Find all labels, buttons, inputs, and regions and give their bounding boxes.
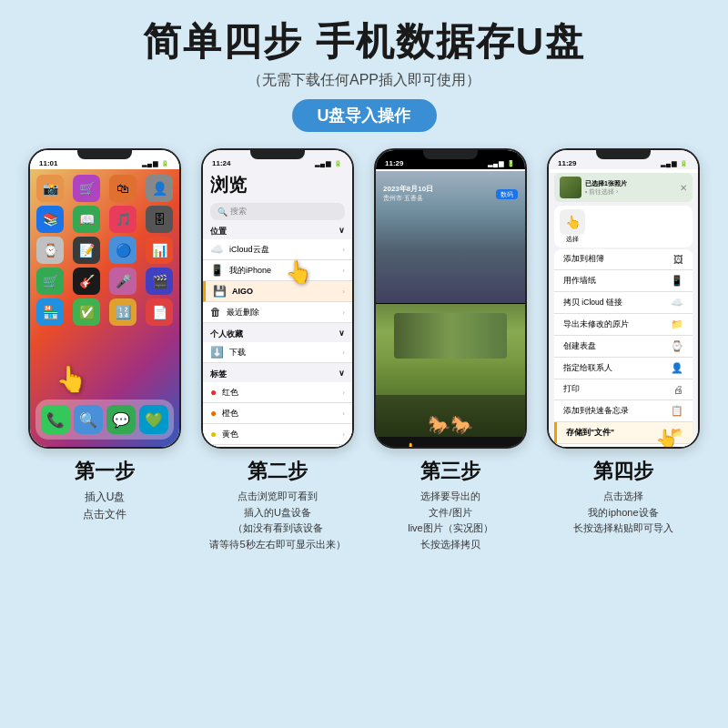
app-icon: 🔢 <box>109 298 136 326</box>
page-title: 简单四步 手机数据存U盘 <box>0 16 728 67</box>
app-icon: 🎵 <box>109 206 136 233</box>
phones-row: 11:01 ▂▄▆ 🔋 📸 🛒 🛍 👤 📚 📖 🎵 🗄 ⌚ 📝 🔵 📊 <box>0 148 728 552</box>
files-item-orange[interactable]: ● 橙色 › <box>203 403 352 424</box>
files-item-iphone[interactable]: 📱 我的iPhone › <box>203 260 352 281</box>
time-2: 11:24 <box>212 159 230 167</box>
step-label-1: 第一步 <box>75 458 135 485</box>
homescreen: 📸 🛒 🛍 👤 📚 📖 🎵 🗄 ⌚ 📝 🔵 📊 🛒 🎸 🎤 🎬 <box>30 169 179 449</box>
files-item-yellow[interactable]: ● 黄色 › <box>203 424 352 445</box>
app-icon: 🛍 <box>109 175 136 202</box>
badge-label: U盘导入操作 <box>292 99 437 132</box>
app-icon: 📚 <box>36 206 64 233</box>
search-placeholder: 搜索 <box>230 206 247 217</box>
photos-view: 2023年8月10日贵州市·五香县 数码 🐎🐎 ↑ 👆 <box>376 171 525 449</box>
step-label-4: 第四步 <box>593 458 653 485</box>
section-title-tags: 标签∨ <box>203 367 352 382</box>
hand-cursor-4: 👆 <box>655 428 678 449</box>
files-item-downloads[interactable]: ⬇️ 下载 › <box>203 342 352 363</box>
step-desc-1: 插入U盘点击文件 <box>83 489 126 523</box>
notch-1 <box>77 150 132 159</box>
search-icon: 🔍 <box>217 207 228 217</box>
phone-frame-4: 11:29 ▂▄▆ 🔋 已选择1张照片 • 前往选择 › ✕ 👆 <box>547 148 700 449</box>
files-search[interactable]: 🔍 搜索 <box>210 203 345 220</box>
share-item-print[interactable]: 打印🖨 <box>554 379 693 400</box>
download-icon: ⬇️ <box>210 346 224 359</box>
app-icon: 🛒 <box>73 175 100 202</box>
photo-grass <box>376 304 525 395</box>
share-notification: 已选择1张照片 • 前往选择 › ✕ <box>554 173 693 202</box>
dock-wechat: 💚 <box>139 405 168 434</box>
notch-2 <box>250 150 305 159</box>
app-icon: 📝 <box>73 237 100 264</box>
signal-2: ▂▄▆ 🔋 <box>315 160 343 167</box>
app-icon: ⌚ <box>36 237 64 264</box>
files-section-tags: 标签∨ ● 红色 › ● 橙色 › ● 黄色 › <box>203 367 352 449</box>
tag-red-icon: ● <box>210 386 217 399</box>
header: 简单四步 手机数据存U盘 （无需下载任何APP插入即可使用） U盘导入操作 <box>0 0 728 132</box>
signal-4: ▂▄▆ 🔋 <box>661 160 689 167</box>
app-icon: 📄 <box>146 298 173 326</box>
share-sheet: 已选择1张照片 • 前往选择 › ✕ 👆 选择 添加到相簿🖼 用作墙纸📱 <box>549 173 698 449</box>
share-apps-row: 👆 选择 <box>554 206 693 248</box>
share-item-memo[interactable]: 添加到快速备忘录📋 <box>554 400 693 422</box>
hand-cursor-1: 👆 <box>56 364 87 394</box>
share-item-album[interactable]: 添加到相簿🖼 <box>554 249 693 270</box>
step-desc-2: 点击浏览即可看到插入的U盘设备（如没有看到该设备请等待5秒左右即可显示出来） <box>209 489 345 552</box>
page-subtitle: （无需下载任何APP插入即可使用） <box>0 71 728 90</box>
signal-1: ▂▄▆ 🔋 <box>142 160 170 167</box>
files-section-favorites: 个人收藏∨ ⬇️ 下载 › <box>203 327 352 363</box>
app-icon: 🎸 <box>73 268 100 295</box>
share-item-watchface[interactable]: 创建表盘⌚ <box>554 336 693 358</box>
share-item-icloud-link[interactable]: 拷贝 iCloud 链接☁️ <box>554 292 693 314</box>
phone-frame-1: 11:01 ▂▄▆ 🔋 📸 🛒 🛍 👤 📚 📖 🎵 🗄 ⌚ 📝 🔵 📊 <box>28 148 181 449</box>
more-icon[interactable]: ⊕ <box>511 448 518 450</box>
selected-count: 已选1张照片 <box>438 448 473 449</box>
app-icon: 🔵 <box>109 237 136 264</box>
share-item-original[interactable]: 导出未修改的原片📁 <box>554 314 693 336</box>
files-item-recent[interactable]: 🗑 最近删除 › <box>203 302 352 323</box>
phone-step1: 11:01 ▂▄▆ 🔋 📸 🛒 🛍 👤 📚 📖 🎵 🗄 ⌚ 📝 🔵 📊 <box>23 148 187 552</box>
files-browser: 浏览 🔍 搜索 位置∨ ☁️ iCloud云盘 › 📱 <box>203 169 352 449</box>
files-item-aigo[interactable]: 💾 AIGO › <box>203 281 352 302</box>
step-desc-4: 点击选择我的iphone设备长按选择粘贴即可导入 <box>573 489 673 537</box>
app-icon: 🎤 <box>109 268 136 295</box>
time-1: 11:01 <box>39 159 57 167</box>
phone-step3: 11:29 ▂▄▆ 🔋 2023年8月10日贵州市·五香县 数码 🐎🐎 <box>369 148 532 552</box>
step-label-2: 第二步 <box>248 458 308 485</box>
app-icon: ✅ <box>73 298 100 326</box>
files-item-icloud[interactable]: ☁️ iCloud云盘 › <box>203 239 352 260</box>
app-icon: 👤 <box>146 175 173 202</box>
step-desc-3: 选择要导出的文件/图片live图片（实况图）长按选择拷贝 <box>408 489 493 552</box>
share-title: 已选择1张照片 <box>585 179 676 188</box>
app-icon: 📊 <box>146 237 173 264</box>
files-item-green[interactable]: ● 绿色 › <box>203 445 352 449</box>
dock-messages: 💬 <box>106 405 136 434</box>
aigo-icon: 💾 <box>213 285 227 298</box>
trash-icon: 🗑 <box>210 306 221 318</box>
icloud-icon: ☁️ <box>210 243 224 256</box>
app-icon: 🏪 <box>36 298 64 326</box>
phone-step2: 11:24 ▂▄▆ 🔋 浏览 🔍 搜索 位置∨ ☁️ iCloud云盘 › <box>196 148 359 552</box>
share-item-wallpaper[interactable]: 用作墙纸📱 <box>554 270 693 292</box>
photo-top-btn[interactable]: 数码 <box>496 184 518 200</box>
dock: 📞 🔍 💬 💚 <box>35 399 174 440</box>
signal-3: ▂▄▆ 🔋 <box>488 160 516 167</box>
iphone-icon: 📱 <box>210 264 224 277</box>
delete-icon[interactable]: 🗑 <box>487 448 496 450</box>
photo-share-icon[interactable]: ↑ <box>383 449 387 450</box>
app-grid: 📸 🛒 🛍 👤 📚 📖 🎵 🗄 ⌚ 📝 🔵 📊 🛒 🎸 🎤 🎬 <box>34 175 176 326</box>
photo-toolbar: ↑ 👆 已选1张照片 🗑 ⊕ <box>376 437 525 449</box>
app-icon: 🗄 <box>146 206 173 233</box>
phone-frame-3: 11:29 ▂▄▆ 🔋 2023年8月10日贵州市·五香县 数码 🐎🐎 <box>374 148 527 449</box>
notch-4 <box>596 150 651 159</box>
share-subtitle: • 前往选择 › <box>585 188 676 197</box>
section-title-location: 位置∨ <box>203 224 352 239</box>
close-icon[interactable]: ✕ <box>680 183 687 193</box>
files-item-red[interactable]: ● 红色 › <box>203 382 352 403</box>
notch-3 <box>423 150 478 159</box>
time-3: 11:29 <box>385 159 403 167</box>
tag-yellow-icon: ● <box>210 428 217 440</box>
dock-phone: 📞 <box>41 405 70 434</box>
share-item-contact[interactable]: 指定给联系人👤 <box>554 358 693 379</box>
section-title-favorites: 个人收藏∨ <box>203 327 352 342</box>
